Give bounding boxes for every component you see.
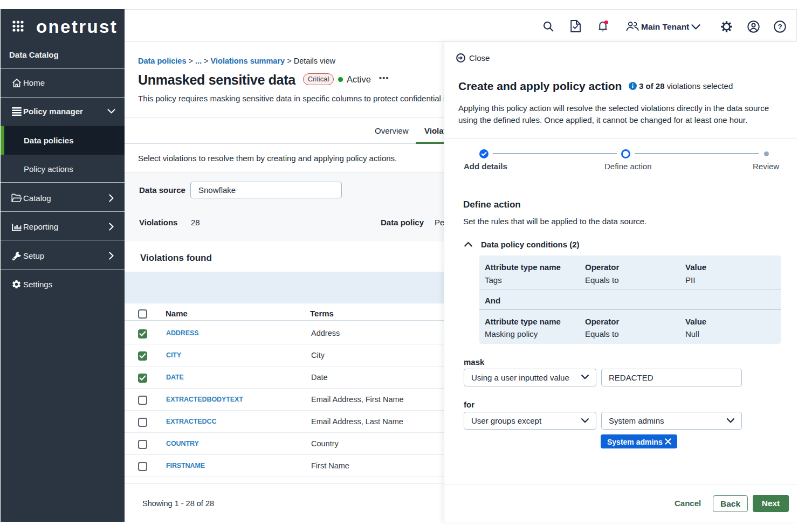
svg-text:?: ? (778, 23, 782, 31)
